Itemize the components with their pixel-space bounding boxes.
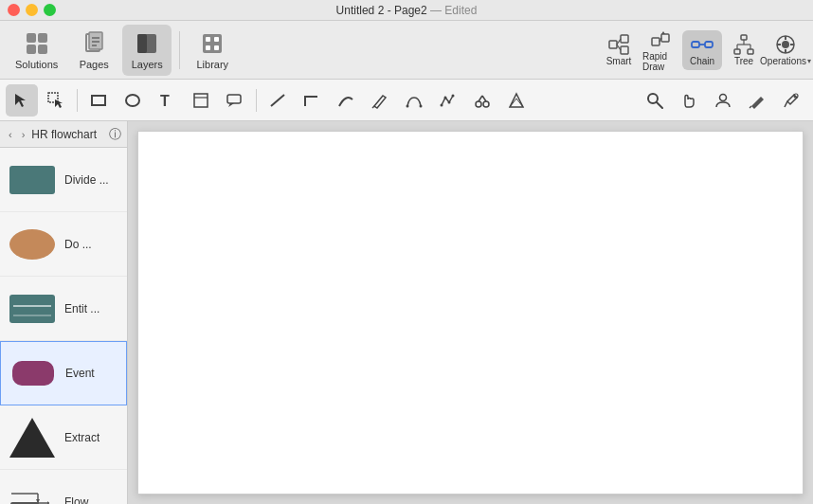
svg-rect-12 [206, 37, 210, 42]
multi-point-tool[interactable] [432, 84, 464, 117]
layer-list: Divide ... Do ... [0, 148, 127, 504]
nav-forward[interactable]: › [19, 127, 28, 142]
eyedropper-tool[interactable] [775, 84, 807, 117]
tree-button[interactable]: Tree [724, 30, 764, 70]
smart-button[interactable]: Smart [599, 30, 639, 70]
svg-point-56 [444, 96, 447, 99]
svg-point-55 [441, 103, 443, 106]
svg-rect-44 [92, 96, 105, 105]
multi-select-tool[interactable] [40, 84, 72, 117]
maximize-button[interactable] [44, 4, 56, 16]
svg-point-60 [483, 101, 489, 107]
solutions-label: Solutions [15, 59, 58, 70]
operations-label: Operations [760, 56, 806, 66]
ellipse-tool[interactable] [117, 84, 149, 117]
toolbar-divider [179, 31, 180, 69]
svg-rect-25 [692, 42, 699, 47]
layer-thumbnail-divide [8, 157, 57, 203]
rapid-draw-button[interactable]: Rapid Draw [641, 30, 680, 70]
pages-icon [81, 30, 107, 57]
svg-rect-10 [137, 34, 147, 53]
svg-marker-82 [47, 501, 49, 505]
layer-thumbnail-do [8, 222, 57, 267]
svg-rect-5 [89, 32, 102, 49]
svg-point-57 [448, 100, 451, 103]
svg-rect-28 [741, 35, 747, 40]
main-area: ‹ › HR flowchart ⓘ Divide ... [0, 121, 813, 504]
chain-icon [691, 33, 714, 56]
library-button[interactable]: Library [188, 25, 237, 76]
scissors-tool[interactable] [466, 84, 498, 117]
callout-tool[interactable] [219, 84, 251, 117]
layer-name-extract: Extract [64, 431, 99, 444]
svg-point-53 [406, 104, 409, 107]
svg-rect-16 [609, 41, 617, 48]
nav-back[interactable]: ‹ [6, 127, 15, 142]
svg-line-62 [482, 96, 486, 101]
layer-item-flow[interactable]: Flow ... [0, 470, 127, 504]
hand-tool[interactable] [673, 84, 705, 117]
layer-item-event[interactable]: Event [0, 341, 127, 405]
svg-marker-43 [55, 99, 63, 108]
layer-item-divide[interactable]: Divide ... [0, 148, 127, 212]
svg-point-45 [126, 95, 139, 106]
layers-icon [134, 30, 160, 57]
canvas-area[interactable] [128, 121, 813, 504]
curved-line-tool[interactable] [330, 84, 362, 117]
user-tool[interactable] [707, 84, 739, 117]
layer-name-event: Event [65, 367, 95, 380]
container-tool[interactable] [185, 84, 217, 117]
solutions-icon [24, 30, 50, 57]
solutions-button[interactable]: Solutions [8, 25, 65, 76]
angled-line-tool[interactable] [296, 84, 328, 117]
pages-button[interactable]: Pages [69, 25, 118, 76]
main-toolbar: Solutions Pages Layers [0, 21, 813, 80]
search-tool[interactable] [639, 84, 671, 117]
pen2-tool[interactable] [741, 84, 773, 117]
svg-point-54 [420, 104, 423, 107]
svg-marker-76 [9, 418, 55, 458]
svg-line-51 [271, 95, 284, 106]
layer-thumbnail-flow [8, 479, 57, 505]
chain-button[interactable]: Chain [682, 30, 722, 70]
tree-icon [732, 33, 755, 56]
svg-marker-24 [661, 31, 665, 34]
svg-rect-0 [27, 33, 36, 43]
svg-rect-18 [621, 46, 628, 54]
svg-rect-13 [214, 37, 219, 42]
svg-rect-17 [621, 35, 628, 43]
text-tool[interactable]: T [151, 84, 183, 117]
pages-label: Pages [80, 59, 109, 70]
svg-point-71 [9, 229, 55, 260]
pen-tool[interactable] [364, 84, 396, 117]
svg-rect-1 [38, 33, 47, 43]
svg-rect-14 [206, 45, 210, 50]
layer-item-extract[interactable]: Extract [0, 405, 127, 470]
rectangle-tool[interactable] [82, 84, 115, 117]
breadcrumb-icon[interactable]: ⓘ [109, 126, 121, 143]
svg-rect-15 [214, 45, 219, 50]
svg-line-68 [785, 101, 787, 107]
svg-line-61 [479, 96, 482, 101]
svg-rect-11 [203, 34, 222, 53]
line-tool[interactable] [262, 84, 294, 117]
layer-thumbnail-extract [8, 415, 57, 460]
operations-button[interactable]: Operations ▾ [766, 30, 805, 70]
close-button[interactable] [8, 4, 20, 16]
svg-line-67 [750, 106, 751, 108]
select-tool[interactable] [6, 84, 38, 117]
format-tool[interactable] [500, 84, 533, 117]
svg-point-36 [782, 41, 789, 48]
svg-line-52 [372, 106, 374, 108]
minimize-button[interactable] [26, 4, 38, 16]
layers-button[interactable]: Layers [122, 25, 172, 76]
drawing-toolbar: T [0, 80, 813, 121]
bezier-tool[interactable] [398, 84, 430, 117]
layer-item-do[interactable]: Do ... [0, 212, 127, 277]
svg-rect-47 [194, 94, 208, 107]
svg-line-65 [657, 102, 662, 108]
layer-name-do: Do ... [64, 238, 92, 251]
svg-rect-22 [661, 34, 669, 42]
layer-item-entity[interactable]: Entit ... [0, 277, 127, 341]
titlebar: Untitled 2 - Page2 — Edited [0, 0, 813, 21]
